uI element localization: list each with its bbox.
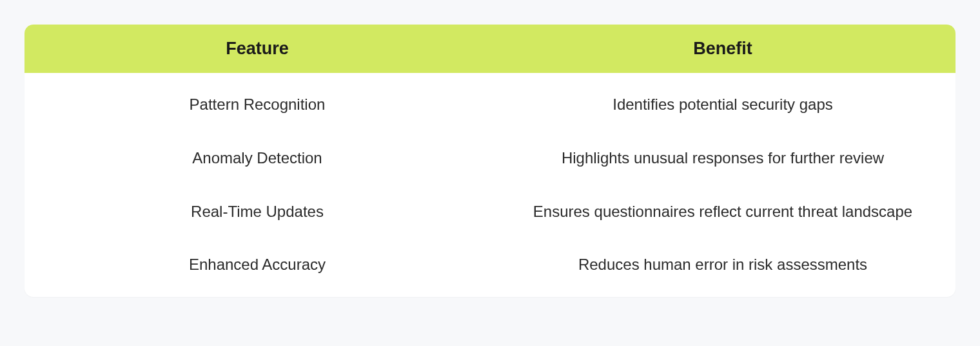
table-row: Anomaly Detection Highlights unusual res… <box>24 132 956 185</box>
header-benefit: Benefit <box>490 25 956 73</box>
feature-benefit-table: Feature Benefit Pattern Recognition Iden… <box>24 25 956 297</box>
table-body: Pattern Recognition Identifies potential… <box>24 73 956 297</box>
table-row: Real-Time Updates Ensures questionnaires… <box>24 185 956 239</box>
table-row: Enhanced Accuracy Reduces human error in… <box>24 238 956 297</box>
table-header: Feature Benefit <box>24 25 956 73</box>
feature-cell: Anomaly Detection <box>24 132 490 185</box>
benefit-cell: Identifies potential security gaps <box>490 73 956 132</box>
benefit-cell: Highlights unusual responses for further… <box>490 132 956 185</box>
feature-cell: Pattern Recognition <box>24 73 490 132</box>
table-row: Pattern Recognition Identifies potential… <box>24 73 956 132</box>
feature-cell: Real-Time Updates <box>24 185 490 239</box>
header-feature: Feature <box>24 25 490 73</box>
feature-cell: Enhanced Accuracy <box>24 238 490 297</box>
benefit-cell: Ensures questionnaires reflect current t… <box>490 185 956 239</box>
benefit-cell: Reduces human error in risk assessments <box>490 238 956 297</box>
